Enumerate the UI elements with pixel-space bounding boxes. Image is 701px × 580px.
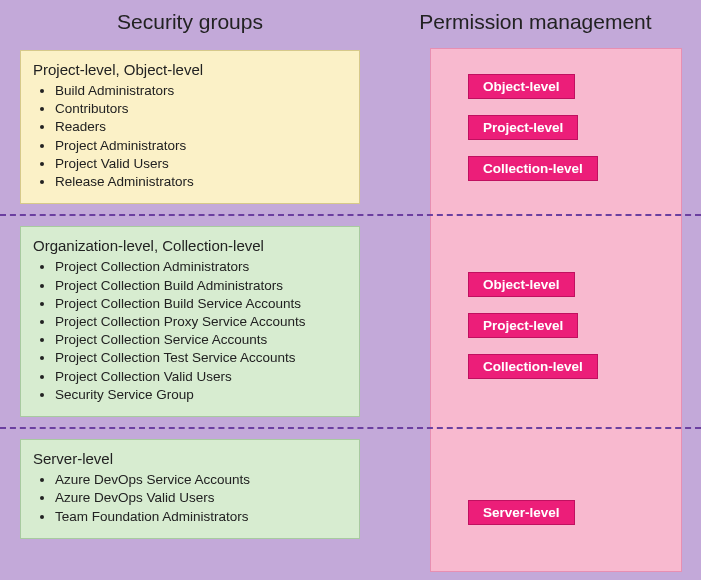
security-group-box: Project-level, Object-levelBuild Adminis…: [20, 50, 360, 204]
group-list-item: Project Collection Proxy Service Account…: [55, 313, 347, 331]
group-box-title: Project-level, Object-level: [33, 61, 347, 78]
group-list-item: Contributors: [55, 100, 347, 118]
header-security-groups: Security groups: [0, 10, 380, 34]
section-row: Server-levelAzure DevOps Service Account…: [0, 429, 701, 549]
section-divider: [0, 427, 701, 429]
header-permission-management: Permission management: [380, 10, 701, 34]
group-list-item: Project Valid Users: [55, 155, 347, 173]
group-list: Azure DevOps Service AccountsAzure DevOp…: [33, 471, 347, 526]
group-list-item: Project Collection Build Administrators: [55, 277, 347, 295]
group-box-title: Organization-level, Collection-level: [33, 237, 347, 254]
group-list: Project Collection AdministratorsProject…: [33, 258, 347, 404]
group-list-item: Project Collection Valid Users: [55, 368, 347, 386]
group-list-item: Project Collection Test Service Accounts: [55, 349, 347, 367]
group-list-item: Project Collection Service Accounts: [55, 331, 347, 349]
group-list-item: Build Administrators: [55, 82, 347, 100]
section-row: Organization-level, Collection-levelProj…: [0, 216, 701, 427]
section-row: Project-level, Object-levelBuild Adminis…: [0, 40, 701, 214]
group-box-title: Server-level: [33, 450, 347, 467]
section-divider: [0, 214, 701, 216]
group-list-item: Team Foundation Administrators: [55, 508, 347, 526]
column-headers: Security groups Permission management: [0, 0, 701, 40]
security-group-box: Organization-level, Collection-levelProj…: [20, 226, 360, 417]
group-list-item: Release Administrators: [55, 173, 347, 191]
group-list-item: Project Administrators: [55, 137, 347, 155]
group-list-item: Azure DevOps Service Accounts: [55, 471, 347, 489]
group-list-item: Security Service Group: [55, 386, 347, 404]
group-list: Build AdministratorsContributorsReadersP…: [33, 82, 347, 191]
group-list-item: Project Collection Build Service Account…: [55, 295, 347, 313]
group-list-item: Project Collection Administrators: [55, 258, 347, 276]
group-list-item: Azure DevOps Valid Users: [55, 489, 347, 507]
group-list-item: Readers: [55, 118, 347, 136]
security-group-box: Server-levelAzure DevOps Service Account…: [20, 439, 360, 539]
